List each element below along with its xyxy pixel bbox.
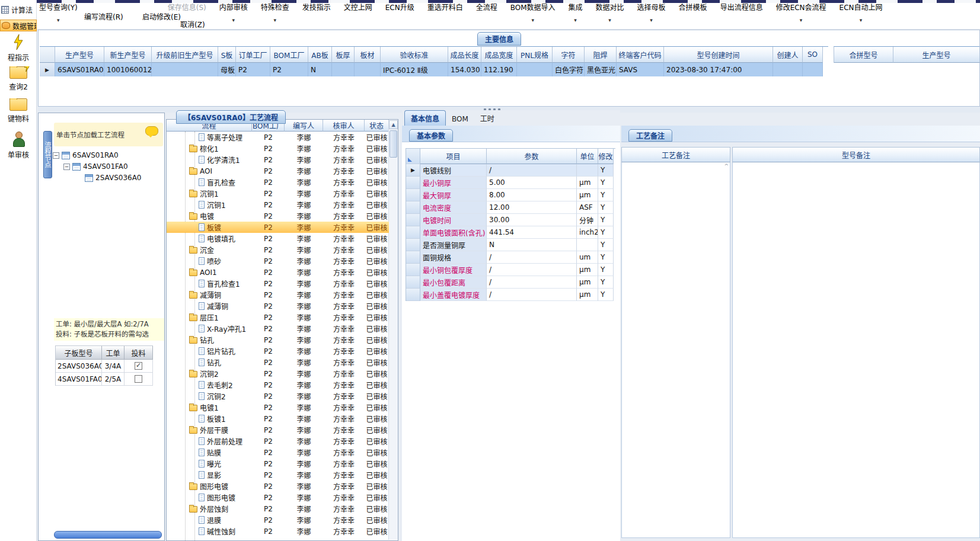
flow-row[interactable]: 沉铜1P2李娜方幸幸已审核 bbox=[167, 188, 389, 199]
checkbox[interactable] bbox=[135, 375, 142, 383]
cell[interactable] bbox=[332, 63, 355, 76]
flow-row[interactable]: 去毛刺2P2李娜方幸幸已审核 bbox=[167, 379, 389, 390]
param-row[interactable]: 最小铜厚5.00µmY bbox=[406, 177, 615, 189]
column-header[interactable]: 板材 bbox=[355, 47, 381, 63]
cell[interactable]: P2 bbox=[270, 63, 308, 76]
column-header[interactable]: 验收标准 bbox=[381, 47, 448, 63]
column-header[interactable]: 板厚 bbox=[332, 47, 355, 63]
param-row[interactable]: 是否测量铜厚NY bbox=[406, 239, 615, 251]
flow-column-header[interactable]: 核审人 bbox=[323, 120, 365, 132]
param-row-selector[interactable] bbox=[406, 214, 420, 226]
column-header[interactable]: 订单工厂 bbox=[236, 47, 270, 63]
param-unit[interactable]: µm bbox=[577, 189, 598, 201]
toolbar-button[interactable]: BOM数据导入▾ bbox=[510, 4, 556, 24]
column-header[interactable]: BOM工厂 bbox=[270, 47, 308, 63]
flow-row[interactable]: 减薄铜P2李娜方幸幸已审核 bbox=[167, 289, 389, 300]
mini-scroll-up-icon[interactable]: ^ bbox=[724, 163, 729, 169]
cell[interactable]: 112.190 bbox=[481, 63, 517, 76]
param-row-selector[interactable] bbox=[406, 226, 420, 239]
flow-row[interactable]: 减薄铜P2李娜方幸幸已审核 bbox=[167, 300, 389, 312]
cell[interactable]: 白色字符 bbox=[553, 63, 585, 76]
dropdown-caret-icon[interactable]: ▾ bbox=[608, 17, 611, 24]
flow-row[interactable]: 电镀P2李娜方幸幸已审核 bbox=[167, 210, 389, 222]
param-row-selector[interactable] bbox=[406, 276, 420, 289]
feeding-cell[interactable] bbox=[125, 360, 153, 373]
flow-row[interactable]: 碱性蚀刻P2李娜方幸幸已审核 bbox=[167, 526, 389, 537]
toolbar-button[interactable]: 合拼模板 bbox=[679, 4, 707, 24]
param-row[interactable]: ▶电镀线别/Y bbox=[406, 164, 615, 177]
param-unit[interactable]: µm bbox=[577, 177, 598, 189]
toolbar-button[interactable]: 集成▾ bbox=[569, 4, 583, 24]
param-unit[interactable]: 分钟 bbox=[577, 214, 598, 226]
param-unit[interactable] bbox=[577, 164, 598, 177]
param-item[interactable]: 最小盖覆电镀厚度 bbox=[420, 289, 487, 301]
cell[interactable]: 154.030 bbox=[448, 63, 481, 76]
subboard-model[interactable]: 2SAVS036A0 bbox=[56, 360, 102, 373]
param-modified[interactable]: Y bbox=[598, 226, 614, 239]
cell[interactable] bbox=[773, 63, 803, 76]
sidebar-item[interactable]: 查询2 bbox=[0, 66, 37, 91]
flow-row[interactable]: 沉铜1P2李娜方幸幸已审核 bbox=[167, 199, 389, 210]
flow-row[interactable]: AOIP2李娜方幸幸已审核 bbox=[167, 165, 389, 177]
param-row-selector[interactable] bbox=[406, 251, 420, 264]
flow-row[interactable]: 沉铜2P2李娜方幸幸已审核 bbox=[167, 368, 389, 379]
flow-row[interactable]: 喷砂P2李娜方幸幸已审核 bbox=[167, 255, 389, 267]
toolbar-button[interactable]: 特殊检查▾ bbox=[261, 4, 289, 24]
param-modified[interactable]: Y bbox=[598, 214, 614, 226]
param-unit[interactable]: um bbox=[577, 251, 598, 264]
toolbar-button[interactable]: 重选开料白 bbox=[427, 4, 463, 24]
column-header[interactable]: SO bbox=[803, 47, 823, 63]
param-item[interactable]: 最小铜包覆厚度 bbox=[420, 264, 487, 276]
subtable-row[interactable]: 4SAVS01FA02/5A bbox=[56, 373, 153, 386]
cancel-button[interactable]: 取消(Z) bbox=[180, 19, 205, 29]
dropdown-caret-icon[interactable]: ▾ bbox=[232, 17, 235, 24]
tree-node[interactable]: 2SAVS036A0 bbox=[85, 172, 142, 183]
expander-icon[interactable]: − bbox=[63, 164, 70, 170]
param-value[interactable]: 12.00 bbox=[487, 201, 577, 214]
write-flow-button[interactable]: 编写流程(R) bbox=[84, 11, 123, 21]
column-header[interactable]: AB板 bbox=[308, 47, 332, 63]
cell[interactable]: 2023-08-30 17:47:00 bbox=[664, 63, 773, 76]
subtable-column-header[interactable]: 工单 bbox=[102, 346, 125, 360]
subtable-column-header[interactable]: 投料 bbox=[125, 346, 153, 360]
flow-row[interactable]: 板镀1P2李娜方幸幸已审核 bbox=[167, 413, 389, 424]
flow-row[interactable]: 层压1P2李娜方幸幸已审核 bbox=[167, 312, 389, 323]
toolbar-button[interactable]: 修改ECN会流程▾ bbox=[776, 4, 826, 24]
flow-row[interactable]: X-Ray冲孔1P2李娜方幸幸已审核 bbox=[167, 323, 389, 334]
param-value[interactable]: 5.00 bbox=[487, 177, 577, 189]
flow-row[interactable]: 电镀填孔P2李娜方幸幸已审核 bbox=[167, 233, 389, 244]
toolbar-button[interactable]: 全流程 bbox=[476, 4, 497, 24]
param-modified[interactable]: Y bbox=[598, 276, 614, 289]
param-row-selector[interactable] bbox=[406, 177, 420, 189]
flow-row[interactable]: 钻孔P2李娜方幸幸已审核 bbox=[167, 334, 389, 345]
flow-row[interactable]: 沉铜2P2李娜方幸幸已审核 bbox=[167, 390, 389, 402]
checkbox[interactable] bbox=[135, 362, 142, 370]
tree-hscrollbar[interactable] bbox=[54, 531, 162, 539]
scroll-up-icon[interactable]: ▲ bbox=[389, 120, 398, 129]
param-row[interactable]: 电流密度12.00ASFY bbox=[406, 201, 615, 214]
flow-row[interactable]: 钻孔P2李娜方幸幸已审核 bbox=[167, 357, 389, 368]
flow-row[interactable]: 铝片钻孔P2李娜方幸幸已审核 bbox=[167, 345, 389, 357]
toolbar-button[interactable]: 内部审核▾ bbox=[219, 4, 248, 24]
param-item[interactable]: 面铜规格 bbox=[420, 251, 487, 264]
cell[interactable] bbox=[803, 63, 823, 76]
cell[interactable] bbox=[355, 63, 381, 76]
param-value[interactable]: 441.54 bbox=[487, 226, 577, 239]
tab-basic-info[interactable]: 基本信息 bbox=[404, 110, 446, 126]
column-header[interactable]: 升级前旧生产型号 bbox=[152, 47, 218, 63]
flow-row[interactable]: AOI1P2李娜方幸幸已审核 bbox=[167, 267, 389, 278]
sidebar-item[interactable]: 计算法 bbox=[0, 4, 37, 15]
flow-column-header[interactable]: 状态 bbox=[365, 120, 389, 132]
param-row[interactable]: 最小铜包覆厚度/µmY bbox=[406, 264, 615, 276]
param-row[interactable]: 电镀时间30.00分钟Y bbox=[406, 214, 615, 226]
param-modified[interactable]: Y bbox=[598, 189, 614, 201]
param-item[interactable]: 电镀时间 bbox=[420, 214, 487, 226]
param-modified[interactable]: Y bbox=[598, 239, 614, 251]
param-row[interactable]: 单面电镀面积(含孔)441.54inch2Y bbox=[406, 226, 615, 239]
param-item[interactable]: 电流密度 bbox=[420, 201, 487, 214]
flow-row[interactable]: 盲孔检查1P2李娜方幸幸已审核 bbox=[167, 278, 389, 289]
work-order[interactable]: 3/4A bbox=[102, 360, 125, 373]
param-column-header[interactable]: 单位 bbox=[577, 149, 598, 164]
param-item[interactable]: 最小铜厚 bbox=[420, 177, 487, 189]
dropdown-caret-icon[interactable]: ▾ bbox=[57, 17, 60, 24]
